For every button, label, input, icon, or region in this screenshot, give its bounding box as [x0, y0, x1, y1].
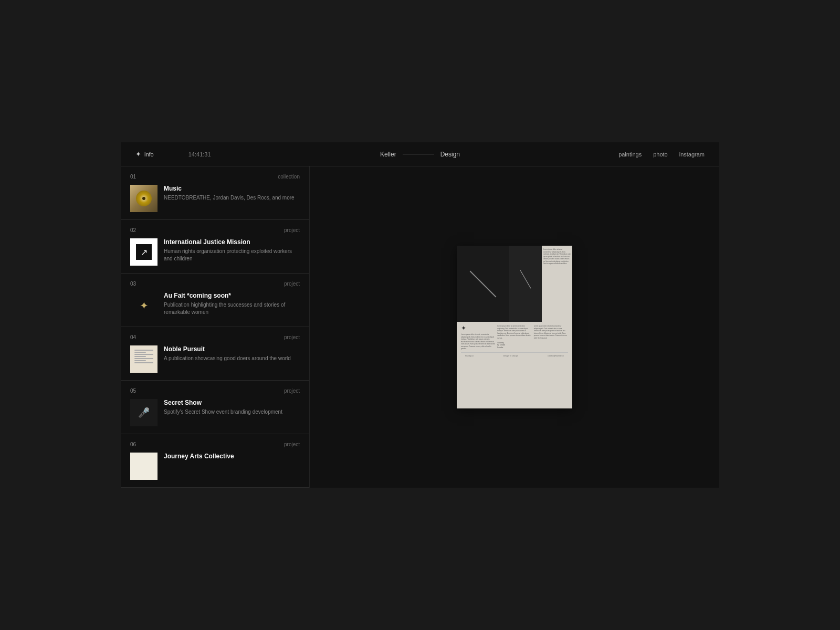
item-thumbnail: ↗ — [130, 238, 158, 266]
app-window: ✦ info 14:41:31 Keller Design paintings … — [121, 142, 719, 488]
item-thumbnail: 🎤 — [130, 399, 158, 426]
brand-name-left: Keller — [380, 151, 396, 158]
item-header: 03 project — [130, 281, 300, 287]
preview-footer-left: hisently.co — [465, 355, 474, 358]
nav-instagram[interactable]: instagram — [679, 151, 705, 158]
item-header: 02 project — [130, 227, 300, 233]
list-item[interactable]: 06 project Journey Arts Collective — [121, 434, 309, 488]
item-header: 06 project — [130, 442, 300, 447]
preview-col-1: ✦ Lorem ipsum dolor sit amet, consectetu… — [461, 325, 495, 350]
item-header: 04 project — [130, 334, 300, 340]
preview-footer-right: contact@hisently.co — [548, 355, 564, 358]
item-type: project — [284, 227, 300, 233]
item-body: ↗ International Justice Mission Human ri… — [130, 238, 300, 266]
item-body: Music NEEDTOBREATHE, Jordan Davis, Des R… — [130, 185, 300, 212]
left-panel: 01 collection Music NEEDTOBREATHE, Jorda… — [121, 166, 310, 488]
preview-black-shape-left — [457, 246, 509, 322]
list-item[interactable]: 04 project — [121, 327, 309, 381]
info-label[interactable]: info — [144, 151, 154, 158]
item-body: Noble Pursuit A publication showcasing g… — [130, 345, 300, 373]
header: ✦ info 14:41:31 Keller Design paintings … — [121, 142, 719, 166]
item-title: Secret Show — [164, 399, 300, 406]
item-header: 05 project — [130, 388, 300, 394]
clock: 14:41:31 — [188, 151, 211, 158]
preview-footer-center: Design To Disrupt — [503, 355, 518, 358]
item-desc: NEEDTOBREATHE, Jordan Davis, Des Rocs, a… — [164, 194, 300, 202]
item-text: Au Fait *coming soon* Publication highli… — [164, 292, 300, 316]
header-nav: paintings photo instagram — [618, 151, 705, 158]
preview-col-2: Lorem ipsum dolor sit amet consectetur a… — [497, 325, 531, 350]
item-text: Music NEEDTOBREATHE, Jordan Davis, Des R… — [164, 185, 300, 202]
list-item[interactable]: 03 project ✦ Au Fait *coming soon* Publi… — [121, 274, 309, 327]
item-body: 🎤 Secret Show Spotify's Secret Show even… — [130, 399, 300, 426]
item-desc: Publication highlighting the successes a… — [164, 301, 300, 316]
item-thumbnail — [130, 185, 158, 212]
item-number: 05 — [130, 388, 136, 394]
header-left: ✦ info 14:41:31 — [135, 150, 219, 158]
item-text: Journey Arts Collective — [164, 453, 300, 462]
item-title: Au Fait *coming soon* — [164, 292, 300, 299]
item-body: ✦ Au Fait *coming soon* Publication high… — [130, 292, 300, 319]
item-type: project — [284, 442, 300, 447]
item-desc: A publication showcasing good doers arou… — [164, 355, 300, 362]
right-panel: Lorem ipsum dolor sit amet consectetur a… — [310, 166, 719, 488]
list-item[interactable]: 05 project 🎤 Secret Show Spotify's Secre… — [121, 381, 309, 434]
item-number: 06 — [130, 442, 136, 447]
preview-bottom-cols: ✦ Lorem ipsum dolor sit amet, consectetu… — [461, 325, 568, 350]
brand: Keller Design — [380, 151, 460, 158]
item-text: Noble Pursuit A publication showcasing g… — [164, 345, 300, 362]
nav-paintings[interactable]: paintings — [618, 151, 642, 158]
item-type: project — [284, 388, 300, 394]
item-number: 03 — [130, 281, 136, 287]
item-type: collection — [278, 174, 300, 180]
item-number: 01 — [130, 174, 136, 180]
preview-text-column: Lorem ipsum dolor sit amet consectetur a… — [542, 246, 572, 322]
item-thumbnail: ✦ — [130, 292, 158, 319]
item-number: 02 — [130, 227, 136, 233]
preview-star: ✦ — [461, 325, 466, 331]
item-title: Noble Pursuit — [164, 345, 300, 353]
list-item[interactable]: 02 project ↗ International Justice Missi… — [121, 220, 309, 274]
list-item[interactable]: 01 collection Music NEEDTOBREATHE, Jorda… — [121, 166, 309, 220]
item-desc: Human rights organization protecting exp… — [164, 248, 300, 262]
brand-name-right: Design — [440, 151, 460, 158]
item-desc: Spotify's Secret Show event branding dev… — [164, 408, 300, 416]
item-type: project — [284, 334, 300, 340]
item-header: 01 collection — [130, 174, 300, 180]
item-title: International Justice Mission — [164, 238, 300, 246]
nav-photo[interactable]: photo — [653, 151, 668, 158]
preview-card: Lorem ipsum dolor sit amet consectetur a… — [457, 246, 572, 408]
brand-line — [403, 154, 434, 154]
item-title: Music — [164, 185, 300, 192]
item-title: Journey Arts Collective — [164, 453, 300, 460]
preview-col-3: Lorem ipsum dolor sit amet consectetur a… — [534, 325, 568, 350]
item-thumbnail — [130, 345, 158, 373]
main-content: 01 collection Music NEEDTOBREATHE, Jorda… — [121, 166, 719, 488]
item-text: International Justice Mission Human righ… — [164, 238, 300, 262]
item-type: project — [284, 281, 300, 287]
item-thumbnail — [130, 453, 158, 480]
preview-bottom: ✦ Lorem ipsum dolor sit amet, consectetu… — [457, 322, 572, 362]
preview-footer: hisently.co Design To Disrupt contact@hi… — [461, 352, 568, 359]
preview-black-shape-right — [509, 246, 542, 322]
info-icon: ✦ — [135, 150, 141, 158]
preview-top: Lorem ipsum dolor sit amet consectetur a… — [457, 246, 572, 322]
item-number: 04 — [130, 334, 136, 340]
item-text: Secret Show Spotify's Secret Show event … — [164, 399, 300, 416]
item-body: Journey Arts Collective — [130, 453, 300, 480]
